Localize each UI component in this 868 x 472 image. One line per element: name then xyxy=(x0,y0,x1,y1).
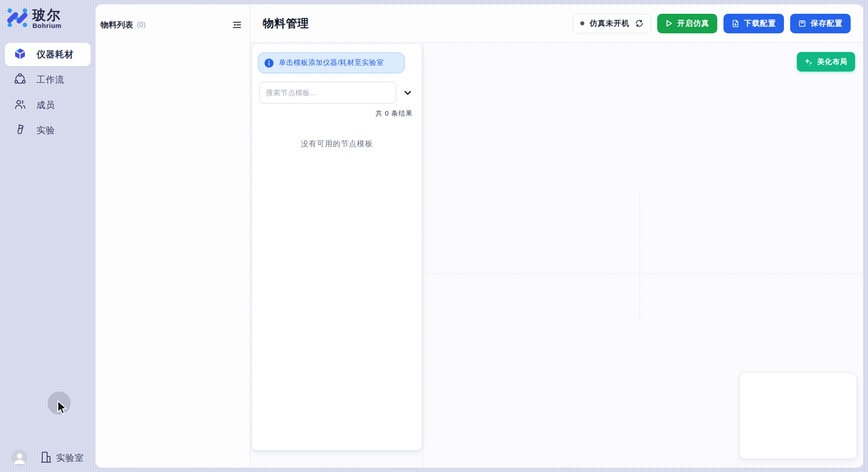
page-title: 物料管理 xyxy=(263,16,309,31)
cube-icon xyxy=(14,48,26,61)
play-icon xyxy=(665,20,673,27)
brand-logo[interactable]: 玻尔 Bohrium xyxy=(5,6,91,30)
status-dot-icon xyxy=(580,21,584,25)
collapse-panel-icon[interactable] xyxy=(232,20,242,30)
template-hint-banner: 单击模板添加仪器/耗材至实验室 xyxy=(258,52,405,73)
start-simulation-button[interactable]: 开启仿真 xyxy=(657,14,717,33)
page-header: 物料管理 仿真未开机 xyxy=(250,4,863,43)
test-tube-icon xyxy=(14,124,26,137)
lab-label: 实验室 xyxy=(56,452,84,464)
canvas-minimap[interactable] xyxy=(739,372,857,459)
sidebar-footer: 实验室 xyxy=(0,450,96,466)
beautify-layout-label: 美化布局 xyxy=(817,57,848,67)
empty-state-text: 没有可用的节点模板 xyxy=(252,139,422,149)
simulation-status-label: 仿真未开机 xyxy=(590,18,630,28)
sidebar-item-label: 仪器耗材 xyxy=(36,48,74,60)
beautify-layout-button[interactable]: 美化布局 xyxy=(797,52,855,72)
lab-switcher[interactable]: 实验室 xyxy=(40,451,84,465)
brand-name-en: Bohrium xyxy=(32,22,61,29)
materials-list-count: (0) xyxy=(137,21,146,29)
sidebar-item-workflow[interactable]: 工作流 xyxy=(5,68,91,92)
user-avatar[interactable] xyxy=(12,450,28,466)
members-icon xyxy=(14,99,26,112)
mouse-cursor xyxy=(57,400,68,417)
save-icon xyxy=(798,20,806,28)
search-input[interactable] xyxy=(259,82,396,104)
flow-canvas[interactable]: 单击模板添加仪器/耗材至实验室 共 0 条结果 没有可用的节点模板 xyxy=(250,43,863,468)
sidebar-item-label: 实验 xyxy=(36,124,55,136)
canvas-grid-line xyxy=(423,43,423,468)
download-config-button[interactable]: 下载配置 xyxy=(723,14,784,33)
template-hint-text: 单击模板添加仪器/耗材至实验室 xyxy=(279,58,384,68)
sparkles-icon xyxy=(804,58,813,66)
node-template-panel: 单击模板添加仪器/耗材至实验室 共 0 条结果 没有可用的节点模板 xyxy=(252,44,422,450)
brand-name-zh: 玻尔 xyxy=(32,8,61,22)
bohrium-logo-icon xyxy=(7,7,28,30)
sidebar-item-label: 成员 xyxy=(36,99,55,111)
materials-list-panel: 物料列表 (0) xyxy=(96,4,250,468)
canvas-grid-line xyxy=(423,273,863,274)
download-config-label: 下载配置 xyxy=(744,18,776,28)
save-config-label: 保存配置 xyxy=(811,18,843,28)
start-simulation-label: 开启仿真 xyxy=(677,18,709,28)
building-icon xyxy=(40,451,52,465)
content-surface: 物料列表 (0) 物料管理 仿真未开机 xyxy=(96,4,863,468)
sidebar-item-label: 工作流 xyxy=(36,74,64,86)
chevron-down-icon[interactable] xyxy=(403,88,412,97)
sidebar-item-experiments[interactable]: 实验 xyxy=(5,119,91,142)
save-config-button[interactable]: 保存配置 xyxy=(790,14,851,33)
info-icon xyxy=(265,59,273,68)
refresh-icon[interactable] xyxy=(635,19,643,28)
canvas-grid-line xyxy=(639,190,640,320)
results-count: 共 0 条结果 xyxy=(375,109,413,118)
workflow-icon xyxy=(14,73,26,87)
main-area: 物料管理 仿真未开机 xyxy=(250,4,863,468)
template-search-row xyxy=(259,82,414,104)
sidebar-nav: 仪器耗材 工作流 成员 xyxy=(5,43,91,142)
brand-name: 玻尔 Bohrium xyxy=(32,8,61,30)
sidebar-item-instruments[interactable]: 仪器耗材 xyxy=(5,43,91,66)
file-download-icon xyxy=(731,20,739,28)
simulation-status-pill[interactable]: 仿真未开机 xyxy=(573,14,651,33)
sidebar-item-members[interactable]: 成员 xyxy=(5,93,91,117)
materials-list-title: 物料列表 xyxy=(100,20,133,30)
